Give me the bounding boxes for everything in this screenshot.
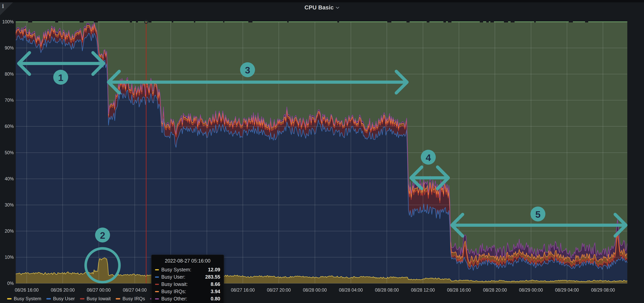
- legend-swatch: [46, 298, 51, 300]
- tooltip-row: Busy Iowait:8.66: [155, 280, 220, 288]
- tooltip-series-label: Busy Other:: [161, 296, 187, 302]
- tooltip-series-label: Busy System:: [161, 267, 191, 272]
- tooltip-series-label: Busy User:: [161, 274, 185, 280]
- legend-label: Busy Iowait: [87, 296, 111, 302]
- legend-swatch: [80, 298, 84, 300]
- tooltip-series-value: 8.66: [210, 282, 220, 287]
- info-icon[interactable]: i: [2, 3, 4, 9]
- cpu-usage-chart[interactable]: [0, 0, 644, 303]
- legend-label: Busy IRQs: [122, 296, 145, 302]
- tooltip-row: Busy Other:0.80: [155, 295, 220, 302]
- tooltip-series-value: 283.55: [205, 274, 220, 280]
- legend-item-busy-iowait[interactable]: Busy Iowait: [80, 296, 111, 302]
- tooltip-series-swatch: [155, 276, 159, 278]
- tooltip-series-swatch: [155, 298, 159, 300]
- legend-label: Busy User: [53, 296, 75, 302]
- tooltip-series-value: 3.94: [210, 289, 220, 294]
- tooltip-series-swatch: [155, 284, 159, 285]
- tooltip-series-label: Busy Iowait:: [161, 282, 188, 287]
- legend-item-busy-user[interactable]: Busy User: [46, 296, 75, 302]
- panel-title: CPU Basic: [304, 4, 334, 11]
- tooltip-series-swatch: [155, 269, 159, 270]
- legend-swatch: [116, 298, 120, 300]
- tooltip-timestamp: 2022-08-27 05:16:00: [155, 258, 220, 264]
- legend-item-busy-irqs[interactable]: Busy IRQs: [116, 296, 145, 302]
- tooltip-row: Busy User:283.55: [155, 273, 220, 280]
- legend-label: Busy System: [14, 296, 41, 302]
- legend-item-busy-system[interactable]: Busy System: [7, 296, 41, 302]
- tooltip-series-value: 12.09: [208, 267, 220, 272]
- tooltip-series-value: 0.80: [210, 296, 220, 302]
- chart-tooltip: 2022-08-27 05:16:00 Busy System:12.09Bus…: [151, 255, 224, 303]
- tooltip-row: Busy IRQs:3.94: [155, 288, 220, 295]
- panel-header[interactable]: CPU Basic: [0, 2, 644, 12]
- legend-swatch: [7, 298, 12, 300]
- chevron-down-icon: [336, 7, 340, 9]
- tooltip-row: Busy System:12.09: [155, 266, 220, 273]
- tooltip-series-label: Busy IRQs:: [161, 289, 186, 294]
- tooltip-series-swatch: [155, 291, 159, 292]
